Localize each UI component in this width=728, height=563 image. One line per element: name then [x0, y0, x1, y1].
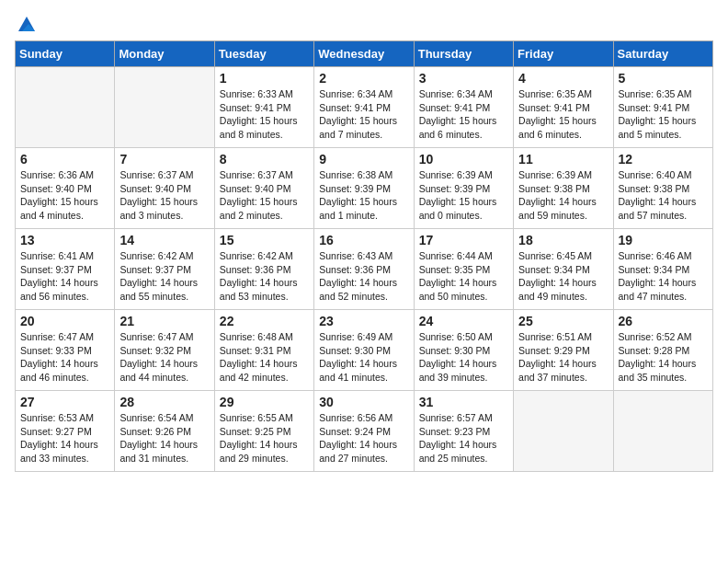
day-info: Sunrise: 6:37 AMSunset: 9:40 PMDaylight:…	[220, 168, 309, 223]
day-info: Sunrise: 6:47 AMSunset: 9:32 PMDaylight:…	[119, 330, 209, 385]
day-info: Sunrise: 6:55 AMSunset: 9:25 PMDaylight:…	[220, 411, 309, 465]
calendar-cell: 19Sunrise: 6:46 AMSunset: 9:34 PMDayligh…	[613, 229, 712, 310]
day-info: Sunrise: 6:57 AMSunset: 9:23 PMDaylight:…	[419, 411, 508, 465]
calendar-cell: 17Sunrise: 6:44 AMSunset: 9:35 PMDayligh…	[414, 229, 513, 310]
day-info: Sunrise: 6:40 AMSunset: 9:38 PMDaylight:…	[619, 168, 708, 223]
day-number: 27	[20, 395, 109, 409]
calendar-cell: 23Sunrise: 6:49 AMSunset: 9:30 PMDayligh…	[314, 310, 414, 391]
day-number: 11	[518, 152, 608, 167]
day-number: 5	[619, 71, 708, 86]
calendar-cell: 6Sunrise: 6:36 AMSunset: 9:40 PMDaylight…	[16, 148, 115, 229]
calendar-cell: 16Sunrise: 6:43 AMSunset: 9:36 PMDayligh…	[314, 229, 414, 310]
calendar-cell: 22Sunrise: 6:48 AMSunset: 9:31 PMDayligh…	[214, 310, 313, 391]
calendar-cell: 26Sunrise: 6:52 AMSunset: 9:28 PMDayligh…	[613, 310, 712, 391]
calendar-cell: 28Sunrise: 6:54 AMSunset: 9:26 PMDayligh…	[115, 391, 214, 472]
day-info: Sunrise: 6:53 AMSunset: 9:27 PMDaylight:…	[20, 411, 109, 465]
day-number: 3	[419, 71, 508, 86]
calendar-week-3: 13Sunrise: 6:41 AMSunset: 9:37 PMDayligh…	[16, 229, 713, 310]
day-number: 13	[20, 233, 109, 247]
calendar-cell: 11Sunrise: 6:39 AMSunset: 9:38 PMDayligh…	[514, 148, 613, 229]
day-info: Sunrise: 6:43 AMSunset: 9:36 PMDaylight:…	[319, 249, 408, 304]
weekday-header-sunday: Sunday	[16, 41, 115, 67]
calendar-cell: 29Sunrise: 6:55 AMSunset: 9:25 PMDayligh…	[214, 391, 313, 472]
weekday-header-tuesday: Tuesday	[214, 41, 313, 67]
calendar-cell: 7Sunrise: 6:37 AMSunset: 9:40 PMDaylight…	[115, 148, 214, 229]
calendar-week-1: 1Sunrise: 6:33 AMSunset: 9:41 PMDaylight…	[16, 67, 713, 148]
day-number: 20	[20, 314, 109, 328]
day-number: 9	[319, 152, 408, 167]
day-info: Sunrise: 6:52 AMSunset: 9:28 PMDaylight:…	[619, 330, 708, 385]
calendar-cell	[16, 67, 115, 148]
calendar-cell: 21Sunrise: 6:47 AMSunset: 9:32 PMDayligh…	[115, 310, 214, 391]
day-info: Sunrise: 6:50 AMSunset: 9:30 PMDaylight:…	[419, 330, 508, 385]
day-info: Sunrise: 6:47 AMSunset: 9:33 PMDaylight:…	[20, 330, 109, 385]
calendar-cell: 18Sunrise: 6:45 AMSunset: 9:34 PMDayligh…	[514, 229, 613, 310]
day-number: 15	[220, 233, 309, 247]
day-info: Sunrise: 6:38 AMSunset: 9:39 PMDaylight:…	[319, 168, 408, 223]
day-info: Sunrise: 6:33 AMSunset: 9:41 PMDaylight:…	[220, 87, 309, 142]
day-info: Sunrise: 6:56 AMSunset: 9:24 PMDaylight:…	[319, 411, 408, 465]
day-info: Sunrise: 6:34 AMSunset: 9:41 PMDaylight:…	[319, 87, 408, 142]
day-number: 4	[518, 71, 608, 86]
calendar-cell: 4Sunrise: 6:35 AMSunset: 9:41 PMDaylight…	[514, 67, 613, 148]
day-number: 14	[119, 233, 209, 247]
day-number: 22	[220, 314, 309, 328]
day-info: Sunrise: 6:42 AMSunset: 9:37 PMDaylight:…	[119, 249, 209, 304]
day-number: 7	[119, 152, 209, 167]
day-number: 29	[220, 395, 309, 409]
calendar-cell: 12Sunrise: 6:40 AMSunset: 9:38 PMDayligh…	[613, 148, 712, 229]
calendar-cell: 1Sunrise: 6:33 AMSunset: 9:41 PMDaylight…	[214, 67, 313, 148]
calendar-cell: 31Sunrise: 6:57 AMSunset: 9:23 PMDayligh…	[414, 391, 513, 472]
calendar-cell: 24Sunrise: 6:50 AMSunset: 9:30 PMDayligh…	[414, 310, 513, 391]
weekday-header-wednesday: Wednesday	[314, 41, 414, 67]
day-info: Sunrise: 6:35 AMSunset: 9:41 PMDaylight:…	[518, 87, 608, 142]
calendar-cell: 27Sunrise: 6:53 AMSunset: 9:27 PMDayligh…	[16, 391, 115, 472]
day-number: 2	[319, 71, 408, 86]
calendar-cell: 30Sunrise: 6:56 AMSunset: 9:24 PMDayligh…	[314, 391, 414, 472]
day-number: 21	[119, 314, 209, 328]
day-number: 19	[619, 233, 708, 247]
day-number: 8	[220, 152, 309, 167]
day-number: 1	[220, 71, 309, 86]
calendar-cell	[514, 391, 613, 472]
logo	[15, 15, 37, 31]
day-info: Sunrise: 6:54 AMSunset: 9:26 PMDaylight:…	[119, 411, 209, 465]
day-number: 31	[419, 395, 508, 409]
weekday-header-friday: Friday	[514, 41, 613, 67]
page-header	[15, 15, 713, 31]
calendar-cell: 25Sunrise: 6:51 AMSunset: 9:29 PMDayligh…	[514, 310, 613, 391]
day-info: Sunrise: 6:44 AMSunset: 9:35 PMDaylight:…	[419, 249, 508, 304]
calendar-week-5: 27Sunrise: 6:53 AMSunset: 9:27 PMDayligh…	[16, 391, 713, 472]
day-number: 18	[518, 233, 608, 247]
calendar-cell	[115, 67, 214, 148]
day-info: Sunrise: 6:49 AMSunset: 9:30 PMDaylight:…	[319, 330, 408, 385]
calendar-cell: 5Sunrise: 6:35 AMSunset: 9:41 PMDaylight…	[613, 67, 712, 148]
weekday-header-saturday: Saturday	[613, 41, 712, 67]
day-number: 12	[619, 152, 708, 167]
calendar-week-2: 6Sunrise: 6:36 AMSunset: 9:40 PMDaylight…	[16, 148, 713, 229]
calendar-week-4: 20Sunrise: 6:47 AMSunset: 9:33 PMDayligh…	[16, 310, 713, 391]
day-info: Sunrise: 6:42 AMSunset: 9:36 PMDaylight:…	[220, 249, 309, 304]
day-number: 10	[419, 152, 508, 167]
day-info: Sunrise: 6:51 AMSunset: 9:29 PMDaylight:…	[518, 330, 608, 385]
day-number: 23	[319, 314, 408, 328]
calendar-cell: 13Sunrise: 6:41 AMSunset: 9:37 PMDayligh…	[16, 229, 115, 310]
day-number: 17	[419, 233, 508, 247]
weekday-header-thursday: Thursday	[414, 41, 513, 67]
day-number: 28	[119, 395, 209, 409]
day-info: Sunrise: 6:39 AMSunset: 9:38 PMDaylight:…	[518, 168, 608, 223]
calendar-cell	[613, 391, 712, 472]
calendar-cell: 20Sunrise: 6:47 AMSunset: 9:33 PMDayligh…	[16, 310, 115, 391]
calendar-table: SundayMondayTuesdayWednesdayThursdayFrid…	[15, 40, 713, 472]
day-info: Sunrise: 6:45 AMSunset: 9:34 PMDaylight:…	[518, 249, 608, 304]
day-info: Sunrise: 6:36 AMSunset: 9:40 PMDaylight:…	[20, 168, 109, 223]
calendar-cell: 8Sunrise: 6:37 AMSunset: 9:40 PMDaylight…	[214, 148, 313, 229]
day-number: 6	[20, 152, 109, 167]
day-info: Sunrise: 6:37 AMSunset: 9:40 PMDaylight:…	[119, 168, 209, 223]
day-number: 25	[518, 314, 608, 328]
calendar-cell: 3Sunrise: 6:34 AMSunset: 9:41 PMDaylight…	[414, 67, 513, 148]
day-info: Sunrise: 6:39 AMSunset: 9:39 PMDaylight:…	[419, 168, 508, 223]
calendar-cell: 2Sunrise: 6:34 AMSunset: 9:41 PMDaylight…	[314, 67, 414, 148]
calendar-header-row: SundayMondayTuesdayWednesdayThursdayFrid…	[16, 41, 713, 67]
day-info: Sunrise: 6:35 AMSunset: 9:41 PMDaylight:…	[619, 87, 708, 142]
